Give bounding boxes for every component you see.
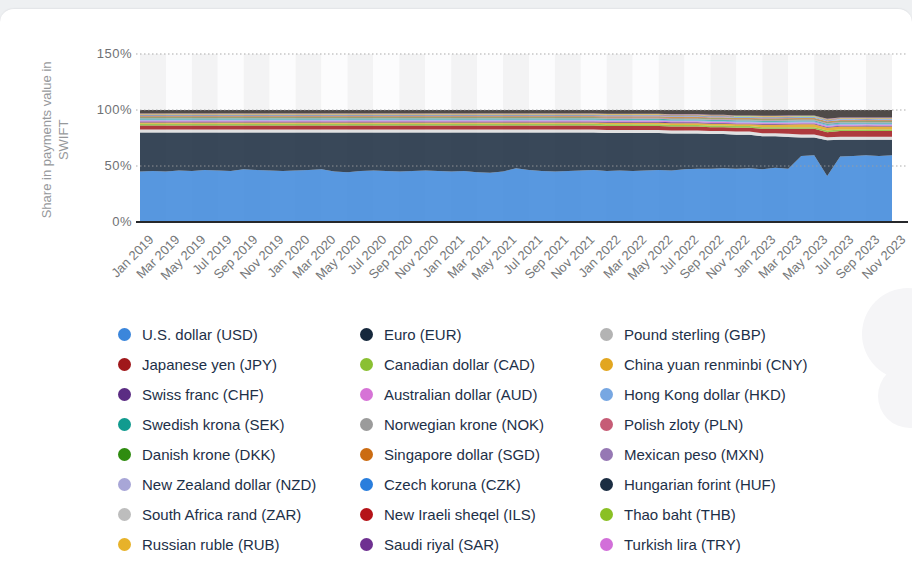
legend-item-nzd[interactable]: New Zealand dollar (NZD) — [118, 469, 360, 499]
legend-dot-eur — [360, 328, 373, 341]
y-tick-label: 50% — [80, 158, 132, 173]
legend-label: South Africa rand (ZAR) — [142, 506, 301, 523]
legend-item-thb[interactable]: Thao baht (THB) — [600, 499, 838, 529]
legend-dot-dkk — [118, 448, 131, 461]
legend-label: Swiss franc (CHF) — [142, 386, 264, 403]
legend-label: New Iraeli sheqel (ILS) — [384, 506, 536, 523]
legend-item-hkd[interactable]: Hong Kong dollar (HKD) — [600, 379, 838, 409]
legend-item-aud[interactable]: Australian dollar (AUD) — [360, 379, 600, 409]
legend-dot-hkd — [600, 388, 613, 401]
legend-dot-aud — [360, 388, 373, 401]
legend-label: Swedish krona (SEK) — [142, 416, 285, 433]
legend-label: Japanese yen (JPY) — [142, 356, 277, 373]
legend-dot-gbp — [600, 328, 613, 341]
legend-item-zar[interactable]: South Africa rand (ZAR) — [118, 499, 360, 529]
legend-label: Singapore dollar (SGD) — [384, 446, 540, 463]
legend-label: Danish krone (DKK) — [142, 446, 275, 463]
legend-label: Canadian dollar (CAD) — [384, 356, 535, 373]
legend-label: Euro (EUR) — [384, 326, 462, 343]
legend-label: Thao baht (THB) — [624, 506, 736, 523]
legend-dot-rub — [118, 538, 131, 551]
legend-dot-zar — [118, 508, 131, 521]
legend-label: Australian dollar (AUD) — [384, 386, 537, 403]
legend-item-cad[interactable]: Canadian dollar (CAD) — [360, 349, 600, 379]
legend-dot-ils — [360, 508, 373, 521]
legend-dot-nok — [360, 418, 373, 431]
legend-item-try[interactable]: Turkish lira (TRY) — [600, 529, 838, 559]
legend-label: Mexican peso (MXN) — [624, 446, 764, 463]
legend-label: Polish zloty (PLN) — [624, 416, 743, 433]
legend-item-sar[interactable]: Saudi riyal (SAR) — [360, 529, 600, 559]
legend-item-czk[interactable]: Czech koruna (CZK) — [360, 469, 600, 499]
legend-dot-sek — [118, 418, 131, 431]
y-tick-label: 100% — [80, 102, 132, 117]
legend-item-dkk[interactable]: Danish krone (DKK) — [118, 439, 360, 469]
legend-item-rub[interactable]: Russian ruble (RUB) — [118, 529, 360, 559]
legend-item-sek[interactable]: Swedish krona (SEK) — [118, 409, 360, 439]
legend-label: Hong Kong dollar (HKD) — [624, 386, 786, 403]
legend-dot-chf — [118, 388, 131, 401]
y-axis-title-line: Share in payments value in — [39, 45, 56, 235]
legend-item-sgd[interactable]: Singapore dollar (SGD) — [360, 439, 600, 469]
legend-item-jpy[interactable]: Japanese yen (JPY) — [118, 349, 360, 379]
legend-label: Russian ruble (RUB) — [142, 536, 280, 553]
legend-dot-cny — [600, 358, 613, 371]
chart-legend: U.S. dollar (USD)Euro (EUR)Pound sterlin… — [118, 319, 838, 559]
legend-item-pln[interactable]: Polish zloty (PLN) — [600, 409, 838, 439]
legend-label: China yuan renminbi (CNY) — [624, 356, 807, 373]
legend-item-usd[interactable]: U.S. dollar (USD) — [118, 319, 360, 349]
legend-label: Saudi riyal (SAR) — [384, 536, 499, 553]
legend-item-cny[interactable]: China yuan renminbi (CNY) — [600, 349, 838, 379]
legend-item-gbp[interactable]: Pound sterling (GBP) — [600, 319, 838, 349]
legend-label: New Zealand dollar (NZD) — [142, 476, 316, 493]
legend-item-ils[interactable]: New Iraeli sheqel (ILS) — [360, 499, 600, 529]
legend-label: Norwegian krone (NOK) — [384, 416, 544, 433]
legend-dot-pln — [600, 418, 613, 431]
legend-dot-nzd — [118, 478, 131, 491]
y-axis-title-line: SWIFT — [56, 45, 73, 235]
legend-item-huf[interactable]: Hungarian forint (HUF) — [600, 469, 838, 499]
legend-item-chf[interactable]: Swiss franc (CHF) — [118, 379, 360, 409]
y-axis-title: Share in payments value in SWIFT — [39, 45, 73, 235]
legend-dot-cad — [360, 358, 373, 371]
legend-label: Hungarian forint (HUF) — [624, 476, 776, 493]
stacked-area-chart[interactable] — [136, 53, 908, 224]
legend-item-nok[interactable]: Norwegian krone (NOK) — [360, 409, 600, 439]
legend-label: Czech koruna (CZK) — [384, 476, 521, 493]
legend-label: U.S. dollar (USD) — [142, 326, 258, 343]
legend-label: Turkish lira (TRY) — [624, 536, 741, 553]
legend-dot-thb — [600, 508, 613, 521]
legend-dot-usd — [118, 328, 131, 341]
legend-dot-sgd — [360, 448, 373, 461]
legend-dot-mxn — [600, 448, 613, 461]
legend-dot-czk — [360, 478, 373, 491]
legend-dot-huf — [600, 478, 613, 491]
y-tick-label: 0% — [80, 214, 132, 229]
legend-item-mxn[interactable]: Mexican peso (MXN) — [600, 439, 838, 469]
y-tick-label: 150% — [80, 46, 132, 61]
legend-label: Pound sterling (GBP) — [624, 326, 766, 343]
legend-item-eur[interactable]: Euro (EUR) — [360, 319, 600, 349]
legend-dot-try — [600, 538, 613, 551]
legend-dot-sar — [360, 538, 373, 551]
legend-dot-jpy — [118, 358, 131, 371]
